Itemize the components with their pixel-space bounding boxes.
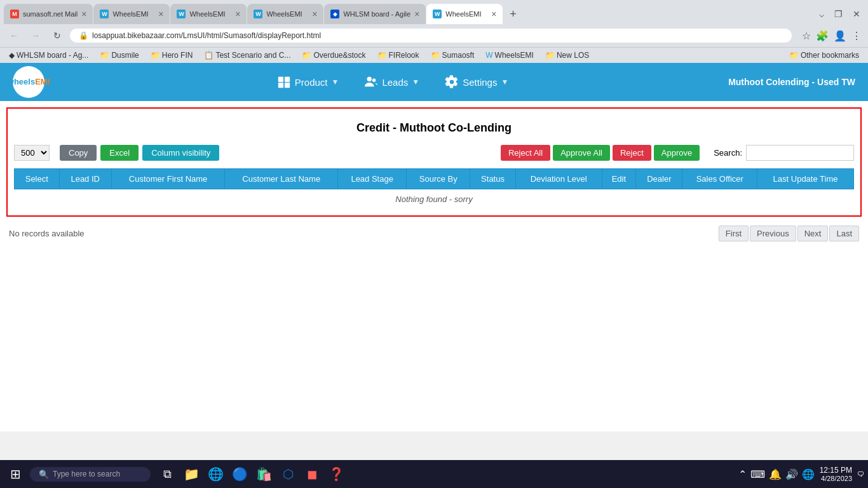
data-table: Select Lead ID Customer First Name Custo…	[14, 168, 854, 209]
tab-label: WheelsEMI	[266, 10, 308, 18]
bookmark-wheelsemi[interactable]: W WheelsEMI	[482, 50, 538, 61]
bookmark-icon: 📁	[545, 51, 555, 60]
search-input[interactable]	[746, 145, 854, 161]
bookmark-label: WHLSM board - Ag...	[17, 51, 88, 60]
reload-button[interactable]: ↻	[48, 27, 66, 44]
svg-rect-3	[285, 83, 290, 88]
tab-bar: M sumasoft.net Mail × W WheelsEMI × W Wh…	[0, 0, 868, 24]
toolbar-icons: ☆ 🧩 👤 ⋮	[801, 29, 863, 43]
bookmark-test-scenario[interactable]: 📋 Test Scenario and C...	[200, 50, 294, 61]
profile-icon[interactable]: 👤	[832, 29, 848, 43]
search-label: Search:	[714, 148, 742, 158]
logo-emi: EMI	[35, 77, 50, 86]
leads-icon	[364, 75, 378, 89]
bookmarks-bar: ◆ WHLSM board - Ag... 📁 Dusmile 📁 Hero F…	[0, 47, 868, 63]
bookmark-herofin[interactable]: 📁 Hero FIN	[147, 50, 197, 61]
col-sales-officer: Sales Officer	[682, 169, 757, 189]
tab-whlsm[interactable]: ◆ WHLSM board - Agile ×	[324, 4, 426, 24]
tab-label: WheelsEMI	[445, 10, 487, 18]
tab-favicon: W	[100, 10, 109, 18]
tab-close[interactable]: ×	[81, 9, 86, 19]
bookmark-icon: 📁	[377, 51, 387, 60]
next-button[interactable]: Next	[797, 226, 829, 241]
nav-product[interactable]: Product ▼	[267, 70, 349, 94]
reject-button[interactable]: Reject	[613, 145, 651, 161]
copy-button[interactable]: Copy	[60, 145, 97, 161]
bookmark-newlos[interactable]: 📁 New LOS	[541, 50, 593, 61]
tab-label: sumasoft.net Mail	[23, 10, 78, 18]
bookmark-label: Hero FIN	[162, 51, 193, 60]
tab-close[interactable]: ×	[414, 9, 419, 19]
tab-wheelsemi-2[interactable]: W WheelsEMI ×	[170, 4, 247, 24]
svg-rect-1	[285, 77, 290, 82]
report-title: Credit - Muthoot Co-Lending	[14, 115, 854, 145]
bookmark-icon: 📁	[151, 51, 160, 60]
tab-close[interactable]: ×	[491, 9, 496, 19]
browser-chrome: M sumasoft.net Mail × W WheelsEMI × W Wh…	[0, 0, 868, 63]
address-bar[interactable]: 🔒 losappuat.bikebazaar.com/LmsUI/html/Su…	[70, 29, 792, 43]
bookmark-label: New LOS	[557, 51, 589, 60]
no-records-message: Nothing found - sorry	[15, 189, 854, 210]
nav-leads[interactable]: Leads ▼	[354, 70, 430, 94]
empty-row: Nothing found - sorry	[15, 189, 854, 210]
bookmark-other[interactable]: 📁 Other bookmarks	[785, 50, 863, 61]
table-body: Nothing found - sorry	[15, 189, 854, 210]
back-button[interactable]: ←	[5, 27, 23, 44]
reject-all-button[interactable]: Reject All	[501, 145, 550, 161]
bookmark-overdue[interactable]: 📁 Overdue&stock	[298, 50, 369, 61]
nav-settings[interactable]: Settings ▼	[435, 70, 519, 94]
last-button[interactable]: Last	[829, 226, 859, 241]
previous-button[interactable]: Previous	[750, 226, 796, 241]
col-lead-id: Lead ID	[59, 169, 111, 189]
tab-favicon: W	[433, 10, 442, 18]
col-select: Select	[15, 169, 60, 189]
product-dropdown-icon: ▼	[332, 78, 339, 86]
extension-icon[interactable]: 🧩	[815, 29, 830, 43]
col-source-by: Source By	[407, 169, 470, 189]
tab-favicon: M	[10, 10, 19, 18]
column-visibility-button[interactable]: Column visibility	[142, 145, 219, 161]
tab-favicon: W	[254, 10, 262, 18]
tab-wheelsemi-3[interactable]: W WheelsEMI ×	[247, 4, 323, 24]
search-row: Search:	[714, 145, 854, 161]
tab-label: WHLSM board - Agile	[343, 10, 410, 18]
lock-icon: 🔒	[79, 31, 88, 40]
minimize-icon[interactable]: ⌵	[815, 8, 828, 20]
action-buttons: Reject All Approve All Reject Approve	[501, 145, 700, 161]
new-tab-button[interactable]: +	[503, 5, 523, 24]
tab-wheelsemi-1[interactable]: W WheelsEMI ×	[93, 4, 170, 24]
nav-leads-label: Leads	[382, 77, 408, 88]
excel-button[interactable]: Excel	[100, 145, 139, 161]
tab-wheelsemi-active[interactable]: W WheelsEMI ×	[426, 4, 503, 24]
bookmark-whlsm[interactable]: ◆ WHLSM board - Ag...	[5, 50, 92, 61]
bookmark-label: Test Scenario and C...	[215, 51, 290, 60]
bookmark-icon: 📁	[431, 51, 440, 60]
tab-close[interactable]: ×	[158, 9, 163, 19]
bookmark-icon: 📁	[302, 51, 311, 60]
bookmark-sumaosft[interactable]: 📁 Sumaosft	[427, 50, 478, 61]
table-header: Select Lead ID Customer First Name Custo…	[15, 169, 854, 189]
svg-rect-0	[278, 77, 283, 82]
nav-settings-label: Settings	[463, 77, 497, 88]
close-icon[interactable]: ✕	[849, 8, 864, 20]
entries-dropdown[interactable]: 500 100 250	[14, 145, 50, 161]
approve-button[interactable]: Approve	[654, 145, 700, 161]
bookmark-label: FIRelook	[389, 51, 419, 60]
bookmark-icon: ◆	[9, 51, 15, 60]
approve-all-button[interactable]: Approve All	[553, 145, 610, 161]
bookmark-icon: 📁	[100, 51, 109, 60]
first-button[interactable]: First	[719, 226, 749, 241]
forward-button[interactable]: →	[27, 27, 44, 44]
navbar-brand: Muthoot Colending - Used TW	[728, 77, 855, 87]
toolbar-row: 500 100 250 Copy Excel Column visibility…	[14, 145, 854, 161]
pagination-buttons: First Previous Next Last	[719, 226, 859, 241]
col-lead-stage: Lead Stage	[338, 169, 407, 189]
bookmark-firelook[interactable]: 📁 FIRelook	[374, 50, 423, 61]
tab-gmail[interactable]: M sumasoft.net Mail ×	[4, 4, 93, 24]
restore-icon[interactable]: ❐	[831, 8, 846, 20]
tab-close[interactable]: ×	[312, 9, 317, 19]
bookmark-dusmile[interactable]: 📁 Dusmile	[96, 50, 142, 61]
tab-close[interactable]: ×	[235, 9, 240, 19]
menu-icon[interactable]: ⋮	[850, 29, 863, 43]
bookmark-star-icon[interactable]: ☆	[801, 29, 812, 43]
